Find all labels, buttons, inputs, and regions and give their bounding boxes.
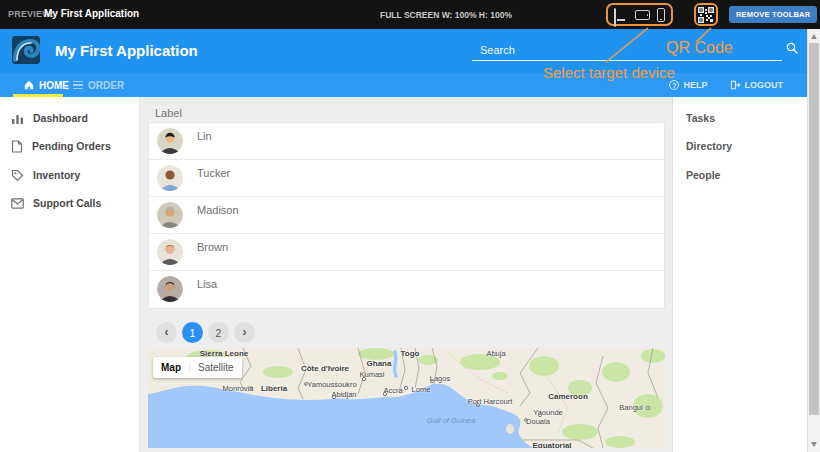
map-label-c-te-d-ivoire: Côte d'Ivoire — [301, 364, 349, 373]
sidebar-item-support-calls[interactable]: Support Calls — [0, 191, 140, 215]
sidebar-item-inventory[interactable]: Inventory — [0, 163, 140, 187]
logout-label: LOGOUT — [745, 80, 784, 90]
scroll-down-arrow-icon[interactable] — [811, 442, 817, 447]
sidebar-item-directory[interactable]: Directory — [673, 134, 808, 158]
sidebar-label: Inventory — [33, 169, 80, 181]
right-sidebar: Tasks Directory People — [672, 97, 807, 452]
map-label-gulf-of-guinea: Gulf of Guinea — [427, 416, 475, 425]
sidebar-item-tasks[interactable]: Tasks — [673, 106, 808, 130]
satellite-view-button[interactable]: Satellite — [189, 362, 242, 373]
list-item-lin[interactable]: Lin — [149, 123, 664, 160]
search-field-wrap — [472, 39, 782, 61]
logout-link[interactable]: LOGOUT — [730, 80, 784, 90]
remove-toolbar-button[interactable]: REMOVE TOOLBAR — [729, 6, 817, 23]
avatar — [157, 276, 183, 302]
map-label-liberia: Liberia — [261, 384, 287, 393]
avatar — [157, 239, 183, 265]
toolbar-app-title: My First Application — [44, 8, 139, 19]
scroll-up-arrow-icon[interactable] — [811, 34, 817, 39]
sidebar-label: People — [686, 169, 720, 181]
bar-chart-icon — [11, 112, 24, 125]
help-link[interactable]: HELP — [669, 80, 707, 90]
sidebar-label: Tasks — [686, 112, 715, 124]
sidebar-item-pending-orders[interactable]: Pending Orders — [0, 134, 140, 158]
list-item-madison[interactable]: Madison — [149, 197, 664, 234]
pagination-page-1[interactable]: 1 — [182, 322, 203, 343]
fullscreen-info: FULL SCREEN W: 100% H: 100% — [380, 10, 512, 20]
map-label-yaounde: Yaounde — [533, 408, 562, 417]
document-icon — [11, 140, 23, 153]
sidebar-label: Directory — [686, 140, 732, 152]
tab-order[interactable]: ORDER — [73, 73, 124, 97]
tablet-icon[interactable] — [635, 10, 650, 20]
left-sidebar: Dashboard Pending Orders Inventory — [0, 97, 140, 452]
map-label-yamoussoukro: Yamoussoukro — [307, 380, 356, 389]
map-label-douala: Douala — [526, 417, 550, 426]
map-type-control: Map Satellite — [153, 357, 242, 378]
app-nav-bar: HOME ORDER HELP LOGOUT — [0, 73, 807, 97]
phone-icon[interactable] — [657, 8, 665, 22]
map-label-lagos: Lagos — [430, 374, 450, 383]
map-label-ghana: Ghana — [367, 359, 392, 368]
sidebar-label: Pending Orders — [32, 140, 111, 152]
vertical-scrollbar[interactable] — [807, 29, 820, 452]
app-body: Dashboard Pending Orders Inventory — [0, 97, 807, 452]
tab-order-label: ORDER — [88, 80, 124, 91]
pagination-prev-button[interactable]: ‹ — [156, 322, 177, 343]
sidebar-label: Dashboard — [33, 112, 88, 124]
pagination-page-2[interactable]: 2 — [208, 322, 229, 343]
map-label-accra: Accra — [383, 386, 402, 395]
search-icon[interactable] — [786, 42, 798, 54]
sidebar-item-people[interactable]: People — [673, 163, 808, 187]
people-list: Lin Tucker Madison — [148, 122, 665, 309]
pagination: ‹ 1 2 › — [156, 322, 255, 343]
map-label-monrovia: Monrovia — [223, 384, 254, 393]
map-label-abidjan: Abidjan — [331, 390, 356, 399]
help-label: HELP — [683, 80, 707, 90]
app-header: My First Application — [0, 29, 820, 73]
envelope-icon — [11, 198, 24, 209]
person-name: Lin — [197, 130, 212, 142]
qr-code-icon — [698, 7, 714, 23]
map-view-button[interactable]: Map — [153, 362, 189, 373]
person-name: Lisa — [197, 278, 217, 290]
nav-right-links: HELP LOGOUT — [669, 73, 783, 97]
person-name: Madison — [197, 204, 239, 216]
scrollbar-thumb[interactable] — [809, 43, 819, 415]
list-item-lisa[interactable]: Lisa — [149, 271, 664, 308]
map-label-port-harcourt: Port Harcourt — [468, 397, 513, 406]
pagination-next-button[interactable]: › — [234, 322, 255, 343]
map-label-kumasi: Kumasi — [359, 370, 384, 379]
map-label-abuja: Abuja — [486, 349, 505, 358]
map-label-togo: Togo — [401, 349, 420, 358]
list-column-header: Label — [155, 107, 182, 119]
wave-logo — [12, 36, 40, 64]
map-label-cameroon: Cameroon — [548, 392, 588, 401]
map-widget[interactable]: Sierra LeoneCôte d'IvoireGhanaTogoLiberi… — [148, 348, 665, 448]
home-icon — [24, 80, 34, 90]
avatar — [157, 165, 183, 191]
map-label-bangui: Bangui — [619, 403, 642, 412]
avatar — [157, 202, 183, 228]
tab-home-label: HOME — [39, 80, 69, 91]
help-icon — [669, 80, 679, 90]
app-title: My First Application — [55, 42, 198, 59]
logout-icon — [730, 80, 741, 90]
person-name: Brown — [197, 241, 228, 253]
tag-icon — [11, 169, 24, 182]
app-preview-screen: PREVIEW: My First Application FULL SCREE… — [0, 0, 820, 452]
preview-toolbar: PREVIEW: My First Application FULL SCREE… — [0, 0, 820, 29]
person-name: Tucker — [197, 167, 230, 179]
list-item-tucker[interactable]: Tucker — [149, 160, 664, 197]
hamburger-icon — [73, 79, 83, 92]
map-label-equatorial: Equatorial — [532, 441, 571, 448]
sidebar-item-dashboard[interactable]: Dashboard — [0, 106, 140, 130]
device-selector-group — [606, 3, 673, 26]
list-item-brown[interactable]: Brown — [149, 234, 664, 271]
sidebar-label: Support Calls — [33, 197, 101, 209]
desktop-icon[interactable] — [614, 9, 628, 21]
avatar — [157, 128, 183, 154]
main-content: Label Lin Tucker — [148, 97, 665, 452]
search-input[interactable] — [472, 39, 782, 60]
qr-code-button[interactable] — [694, 3, 718, 26]
